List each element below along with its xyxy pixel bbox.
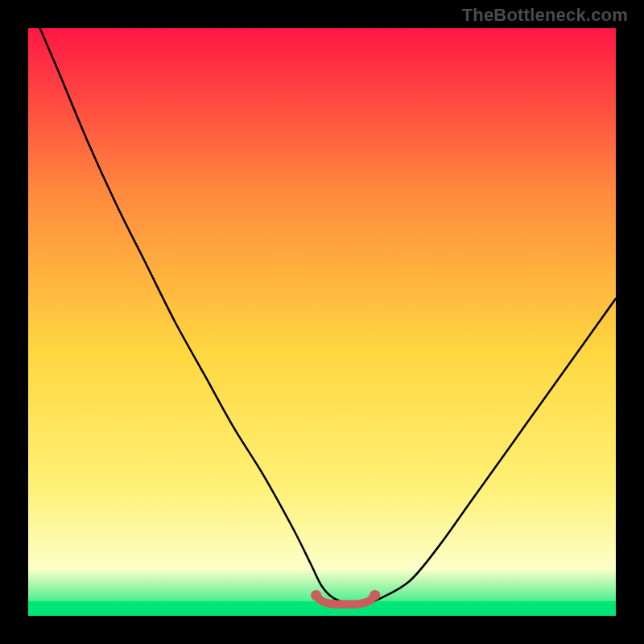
bottleneck-chart <box>28 28 616 616</box>
gradient-background <box>28 28 616 616</box>
sweet-spot-end-dot <box>369 590 380 601</box>
watermark-text: TheBottleneck.com <box>462 5 628 26</box>
sweet-spot-start-dot <box>311 590 321 601</box>
chart-container: TheBottleneck.com <box>0 0 644 644</box>
